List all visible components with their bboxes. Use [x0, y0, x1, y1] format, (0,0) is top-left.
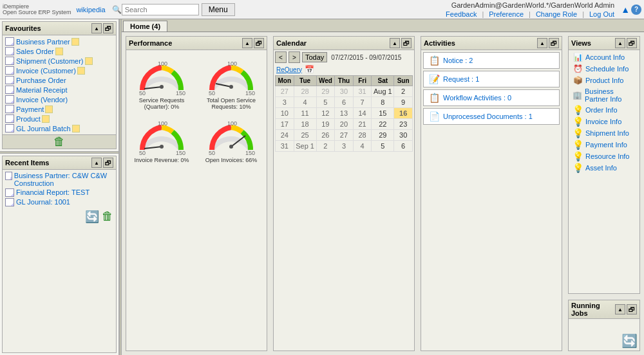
recent-refresh-icon[interactable]: 🔄: [85, 210, 99, 224]
recent-item-business-partner[interactable]: Business Partner: C&W C&W Construction: [4, 171, 115, 188]
calendar-cell[interactable]: 29: [316, 86, 335, 97]
calendar-cell[interactable]: Aug 1: [372, 86, 394, 97]
recent-items-collapse-btn[interactable]: [91, 158, 102, 168]
fav-item-purchase-order[interactable]: Purchase Order: [4, 75, 115, 85]
calendar-cell[interactable]: 29: [372, 130, 394, 141]
calendar-next-btn[interactable]: >: [289, 51, 300, 63]
help-icon[interactable]: ?: [631, 5, 641, 15]
view-shipment-info[interactable]: 💡 Shipment Info: [570, 127, 638, 139]
calendar-cell[interactable]: 23: [394, 119, 413, 130]
calendar-cell[interactable]: 19: [316, 119, 335, 130]
search-input[interactable]: [122, 4, 199, 15]
wikipedia-link[interactable]: wikipedia: [76, 6, 105, 14]
fav-item-gl-journal-batch[interactable]: GL Journal Batch: [4, 123, 115, 133]
view-schedule-info[interactable]: ⏰ Schedule Info: [570, 63, 638, 75]
calendar-cell[interactable]: 5: [372, 141, 394, 152]
view-invoice-info[interactable]: 💡 Invoice Info: [570, 116, 638, 127]
calendar-cell[interactable]: 25: [294, 130, 316, 141]
calendar-cell[interactable]: 11: [294, 108, 316, 119]
calendar-cell[interactable]: 22: [372, 119, 394, 130]
calendar-collapse-btn[interactable]: [390, 38, 400, 48]
preference-link[interactable]: Preference: [489, 10, 524, 18]
recent-items-restore-btn[interactable]: [103, 158, 113, 168]
activities-restore-btn[interactable]: [549, 38, 559, 48]
calendar-cell[interactable]: 6: [394, 141, 413, 152]
menu-button[interactable]: Menu: [202, 3, 235, 16]
calendar-requery-link[interactable]: ReQuery: [276, 66, 302, 73]
calendar-cal-icon[interactable]: 📅: [305, 65, 314, 74]
activities-collapse-btn[interactable]: [537, 38, 547, 48]
calendar-cell[interactable]: 28: [353, 130, 372, 141]
calendar-cell[interactable]: 17: [276, 119, 294, 130]
calendar-cell[interactable]: 24: [276, 130, 294, 141]
fav-item-invoice-vendor[interactable]: Invoice (Vendor): [4, 95, 115, 104]
calendar-cell[interactable]: 9: [394, 97, 413, 108]
calendar-cell[interactable]: 3: [276, 97, 294, 108]
calendar-cell[interactable]: 30: [394, 130, 413, 141]
view-business-partner-info[interactable]: 🏢 Business Partner Info: [570, 86, 638, 104]
calendar-cell[interactable]: 2: [316, 141, 335, 152]
calendar-cell[interactable]: 2: [394, 86, 413, 97]
view-product-info[interactable]: 📦 Product Info: [570, 75, 638, 86]
calendar-today-btn[interactable]: Today: [302, 52, 327, 62]
calendar-cell[interactable]: 16: [394, 108, 413, 119]
calendar-cell[interactable]: 7: [353, 97, 372, 108]
nav-up-icon[interactable]: ▲: [620, 5, 631, 15]
calendar-cell[interactable]: 27: [276, 86, 294, 97]
calendar-cell[interactable]: 15: [372, 108, 394, 119]
views-restore-btn[interactable]: [627, 38, 637, 48]
running-jobs-refresh-icon[interactable]: 🔄: [621, 333, 637, 349]
view-payment-info[interactable]: 💡 Payment Info: [570, 139, 638, 150]
calendar-cell[interactable]: 21: [353, 119, 372, 130]
calendar-cell[interactable]: 20: [335, 119, 354, 130]
calendar-cell[interactable]: 30: [335, 86, 354, 97]
views-collapse-btn[interactable]: [615, 38, 625, 48]
calendar-cell[interactable]: 10: [276, 108, 294, 119]
calendar-cell[interactable]: 13: [335, 108, 354, 119]
favourites-scroll-btn[interactable]: 🗑: [3, 134, 116, 149]
fav-item-shipment-customer[interactable]: Shipment (Customer): [4, 56, 115, 66]
calendar-restore-btn[interactable]: [401, 38, 412, 48]
fav-item-sales-order[interactable]: Sales Order: [4, 46, 115, 56]
fav-item-payment[interactable]: Payment: [4, 104, 115, 114]
calendar-cell[interactable]: 4: [353, 141, 372, 152]
calendar-cell[interactable]: 18: [294, 119, 316, 130]
calendar-cell[interactable]: 26: [316, 130, 335, 141]
performance-collapse-btn[interactable]: [242, 38, 252, 48]
tab-home[interactable]: Home (4): [123, 21, 167, 32]
view-resource-info[interactable]: 💡 Resource Info: [570, 150, 638, 162]
feedback-link[interactable]: Feedback: [446, 10, 477, 18]
fav-item-invoice-customer[interactable]: Invoice (Customer): [4, 66, 115, 75]
favourites-collapse-btn[interactable]: [91, 23, 102, 33]
calendar-cell[interactable]: 5: [316, 97, 335, 108]
activity-notice[interactable]: 📋 Notice : 2: [423, 52, 560, 69]
activity-workflow[interactable]: 📋 Workflow Activities : 0: [423, 89, 560, 106]
performance-restore-btn[interactable]: [254, 38, 264, 48]
calendar-cell[interactable]: Sep 1: [294, 141, 316, 152]
calendar-cell[interactable]: 3: [335, 141, 354, 152]
calendar-cell[interactable]: 31: [353, 86, 372, 97]
activity-request[interactable]: 📝 Request : 1: [423, 71, 560, 87]
calendar-cell[interactable]: 27: [335, 130, 354, 141]
activity-unprocessed[interactable]: 📄 Unprocessed Documents : 1: [423, 108, 560, 125]
view-account-info[interactable]: 📊 Account Info: [570, 51, 638, 63]
calendar-prev-btn[interactable]: <: [275, 51, 287, 63]
calendar-cell[interactable]: 28: [294, 86, 316, 97]
logout-link[interactable]: Log Out: [589, 10, 614, 18]
fav-item-material-receipt[interactable]: Material Receipt: [4, 85, 115, 95]
recent-item-gl-journal[interactable]: GL Journal: 1001: [4, 197, 115, 207]
recent-trash-icon[interactable]: 🗑: [102, 210, 113, 224]
change-role-link[interactable]: Change Role: [536, 10, 577, 18]
fav-item-business-partner[interactable]: Business Partner: [4, 37, 115, 46]
favourites-restore-btn[interactable]: [103, 23, 113, 33]
recent-item-financial-report[interactable]: Financial Report: TEST: [4, 188, 115, 197]
running-jobs-collapse-btn[interactable]: [615, 304, 625, 314]
running-jobs-restore-btn[interactable]: [627, 304, 637, 314]
calendar-cell[interactable]: 12: [316, 108, 335, 119]
view-asset-info[interactable]: 💡 Asset Info: [570, 162, 638, 174]
calendar-cell[interactable]: 6: [335, 97, 354, 108]
calendar-cell[interactable]: 31: [276, 141, 294, 152]
calendar-cell[interactable]: 8: [372, 97, 394, 108]
view-order-info[interactable]: 💡 Order Info: [570, 104, 638, 116]
calendar-cell[interactable]: 14: [353, 108, 372, 119]
